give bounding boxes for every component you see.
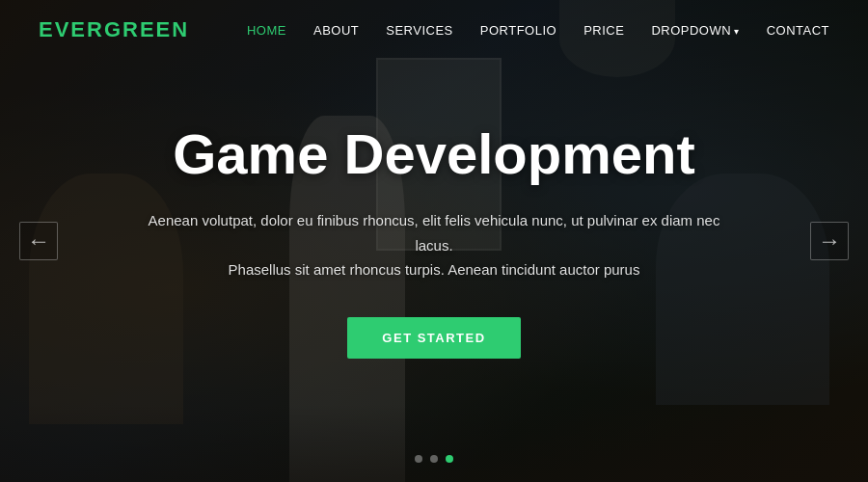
prev-arrow-button[interactable]: ← [19, 222, 58, 260]
dropdown-arrow-icon: ▾ [734, 26, 740, 37]
hero-section: EVERGREEN HOME ABOUT SERVICES PORTFOLIO … [0, 0, 868, 482]
left-arrow-icon: ← [27, 228, 50, 254]
nav-link-price[interactable]: PRICE [583, 23, 624, 38]
nav-item-dropdown[interactable]: DROPDOWN▾ [651, 21, 739, 39]
hero-content: Game Development Aenean volutpat, dolor … [106, 123, 762, 358]
hero-subtitle: Aenean volutpat, dolor eu finibus rhoncu… [145, 208, 723, 282]
nav-links: HOME ABOUT SERVICES PORTFOLIO PRICE DROP… [247, 21, 829, 39]
nav-item-portfolio[interactable]: PORTFOLIO [480, 21, 556, 39]
next-arrow-button[interactable]: → [810, 222, 849, 260]
dot-3[interactable] [446, 455, 453, 463]
nav-link-contact[interactable]: CONTACT [767, 23, 829, 38]
nav-link-dropdown[interactable]: DROPDOWN▾ [651, 23, 739, 38]
nav-link-about[interactable]: ABOUT [313, 23, 359, 38]
dot-2[interactable] [430, 455, 438, 463]
nav-item-services[interactable]: SERVICES [386, 21, 453, 39]
nav-item-about[interactable]: ABOUT [313, 21, 359, 39]
nav-link-home[interactable]: HOME [247, 23, 286, 38]
get-started-button[interactable]: GET STARTED [347, 317, 520, 359]
nav-item-contact[interactable]: CONTACT [767, 21, 829, 39]
dot-1[interactable] [415, 455, 422, 463]
brand-logo[interactable]: EVERGREEN [39, 17, 189, 42]
hero-subtitle-line2: Phasellus sit amet rhoncus turpis. Aenea… [229, 261, 640, 278]
hero-subtitle-line1: Aenean volutpat, dolor eu finibus rhoncu… [149, 212, 720, 254]
nav-link-portfolio[interactable]: PORTFOLIO [480, 23, 556, 38]
right-arrow-icon: → [818, 228, 841, 254]
hero-title: Game Development [145, 123, 723, 185]
nav-link-services[interactable]: SERVICES [386, 23, 453, 38]
nav-item-home[interactable]: HOME [247, 21, 286, 39]
navbar: EVERGREEN HOME ABOUT SERVICES PORTFOLIO … [0, 0, 868, 60]
nav-item-price[interactable]: PRICE [583, 21, 624, 39]
slide-dots [415, 455, 453, 463]
